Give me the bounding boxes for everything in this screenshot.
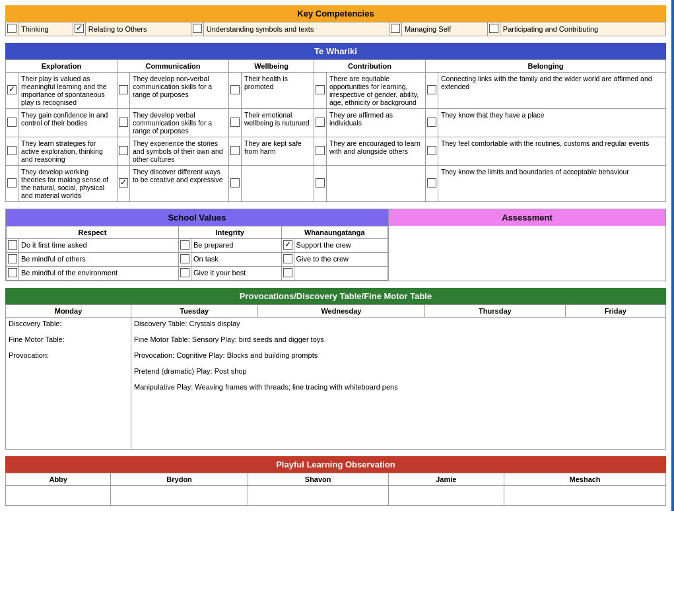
com-r3-checkbox[interactable]: [119, 146, 128, 155]
cont-r3-checkbox[interactable]: [316, 146, 325, 155]
well-r2-text: Their emotional wellbeing is nuturued: [242, 109, 314, 137]
resp-r1-cb-cell[interactable]: [7, 239, 19, 253]
integ-r2-cb-cell[interactable]: [178, 253, 191, 267]
whanaungatanga-header: Whanaungatanga: [281, 226, 388, 239]
participating-checkbox-cell[interactable]: [487, 22, 500, 36]
com-r1-checkbox[interactable]: [119, 85, 128, 94]
shavon-obs-cell: [248, 486, 388, 506]
table-row: They learn strategies for active explora…: [6, 137, 666, 166]
page: Key Competencies Thinking Relating to Ot…: [0, 0, 674, 511]
resp-r3-checkbox[interactable]: [8, 268, 17, 277]
tuesday-content: Discovery Table: Crystals display Fine M…: [131, 318, 666, 450]
integ-r2-checkbox[interactable]: [180, 254, 189, 263]
resp-r1-checkbox[interactable]: [8, 240, 17, 250]
exp-r2-cb-cell[interactable]: [6, 109, 18, 137]
integ-r2-text: On task: [191, 253, 281, 267]
whan-r3-checkbox[interactable]: [283, 268, 292, 277]
monday-discovery: Discovery Table:: [9, 320, 128, 327]
bel-r3-checkbox[interactable]: [427, 146, 436, 155]
school-values-table: Respect Integrity Whanaungatanga Do it f…: [6, 226, 388, 281]
contribution-header: Contribution: [314, 60, 426, 73]
well-r4-cb-cell[interactable]: [229, 166, 242, 202]
whan-r2-checkbox[interactable]: [283, 254, 292, 263]
table-row: Be mindful of others On task Give to the…: [7, 253, 388, 267]
abby-obs-cell: [6, 486, 111, 506]
whan-r1-cb-cell[interactable]: [281, 239, 294, 253]
well-r4-text: [242, 166, 314, 202]
bel-r2-cb-cell[interactable]: [426, 109, 438, 137]
cont-r3-cb-cell[interactable]: [314, 137, 327, 166]
exp-r3-text: They learn strategies for active explora…: [18, 137, 118, 166]
te-whariki-col-headers: Exploration Communication Wellbeing Cont…: [6, 60, 666, 73]
com-r1-text: They develop non-verbal communication sk…: [130, 73, 229, 109]
well-r1-cb-cell[interactable]: [229, 73, 242, 109]
bel-r2-checkbox[interactable]: [427, 118, 436, 127]
whan-r1-checkbox[interactable]: [283, 240, 292, 250]
com-r3-cb-cell[interactable]: [118, 137, 130, 166]
whan-r3-cb-cell[interactable]: [281, 267, 294, 281]
thinking-checkbox[interactable]: [7, 24, 17, 33]
resp-r2-text: Be mindful of others: [19, 253, 179, 267]
exp-r1-checkbox[interactable]: [7, 85, 17, 94]
thinking-checkbox-cell[interactable]: [6, 22, 18, 36]
well-r2-checkbox[interactable]: [230, 118, 240, 127]
bel-r1-checkbox[interactable]: [427, 85, 436, 94]
bel-r3-cb-cell[interactable]: [426, 137, 438, 166]
relating-checkbox[interactable]: [75, 24, 84, 33]
cont-r4-checkbox[interactable]: [316, 178, 325, 188]
exp-r4-checkbox[interactable]: [7, 178, 17, 188]
wellbeing-header: Wellbeing: [229, 60, 314, 73]
exp-r1-text: Their play is valued as meaningful learn…: [18, 73, 118, 109]
cont-r4-cb-cell[interactable]: [314, 166, 327, 202]
exp-r4-cb-cell[interactable]: [6, 166, 18, 202]
monday-cell: Discovery Table: Fine Motor Table: Provo…: [6, 318, 131, 450]
com-r4-checkbox[interactable]: [119, 178, 128, 188]
exp-r1-cb-cell[interactable]: [6, 73, 18, 109]
monday-provocation: Provocation:: [9, 351, 128, 359]
assessment-header: Assessment: [389, 209, 665, 226]
table-row: Do it first time asked Be prepared Suppo…: [7, 239, 388, 253]
well-r3-cb-cell[interactable]: [229, 137, 242, 166]
thinking-label: Thinking: [18, 22, 73, 36]
resp-r2-cb-cell[interactable]: [7, 253, 19, 267]
relating-checkbox-cell[interactable]: [73, 22, 85, 36]
managing-checkbox[interactable]: [391, 24, 400, 33]
com-r3-text: They experience the stories and symbols …: [130, 137, 229, 166]
com-r2-checkbox[interactable]: [119, 118, 128, 127]
resp-r3-text: Be mindful of the environment: [19, 267, 179, 281]
cont-r1-checkbox[interactable]: [316, 85, 325, 94]
tuesday-header: Tuesday: [131, 305, 258, 318]
bel-r1-cb-cell[interactable]: [426, 73, 438, 109]
exp-r3-cb-cell[interactable]: [6, 137, 18, 166]
resp-r2-checkbox[interactable]: [8, 254, 17, 263]
integ-r3-checkbox[interactable]: [180, 268, 189, 277]
observation-section: Playful Learning Observation Abby Brydon…: [5, 456, 666, 506]
cont-r1-cb-cell[interactable]: [314, 73, 327, 109]
key-comp-row: Thinking Relating to Others Understandin…: [6, 22, 666, 36]
cont-r2-cb-cell[interactable]: [314, 109, 327, 137]
com-r1-cb-cell[interactable]: [118, 73, 130, 109]
whan-r2-cb-cell[interactable]: [281, 253, 294, 267]
managing-checkbox-cell[interactable]: [389, 22, 401, 36]
well-r3-checkbox[interactable]: [230, 146, 240, 155]
bel-r4-checkbox[interactable]: [427, 178, 436, 188]
bel-r4-cb-cell[interactable]: [426, 166, 438, 202]
integ-r1-cb-cell[interactable]: [178, 239, 191, 253]
com-r4-cb-cell[interactable]: [118, 166, 130, 202]
resp-r3-cb-cell[interactable]: [7, 267, 19, 281]
cont-r2-checkbox[interactable]: [316, 118, 325, 127]
key-competencies-section: Key Competencies Thinking Relating to Ot…: [5, 5, 666, 36]
exp-r3-checkbox[interactable]: [7, 146, 17, 155]
well-r2-cb-cell[interactable]: [229, 109, 242, 137]
participating-checkbox[interactable]: [489, 24, 498, 33]
com-r2-cb-cell[interactable]: [118, 109, 130, 137]
school-values-block: School Values Respect Integrity Whanaung…: [6, 209, 389, 281]
understanding-checkbox[interactable]: [193, 24, 202, 33]
well-r1-checkbox[interactable]: [230, 85, 240, 94]
exp-r2-checkbox[interactable]: [7, 118, 17, 127]
understanding-checkbox-cell[interactable]: [191, 22, 203, 36]
provocations-section: Provocations/Discovery Table/Fine Motor …: [5, 288, 666, 450]
integ-r3-cb-cell[interactable]: [178, 267, 191, 281]
integ-r1-checkbox[interactable]: [180, 240, 189, 250]
well-r4-checkbox[interactable]: [230, 178, 240, 188]
